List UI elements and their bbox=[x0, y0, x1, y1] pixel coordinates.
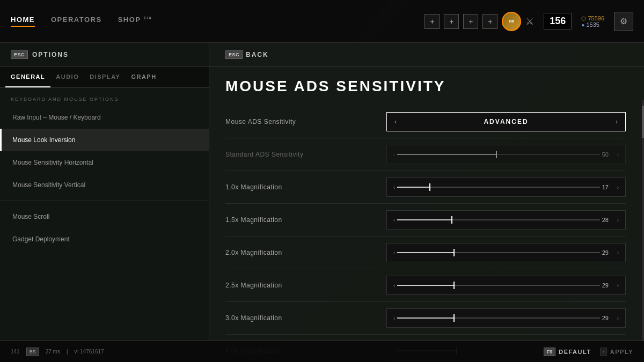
slider-track-standard bbox=[397, 154, 599, 155]
slider-track-1x bbox=[397, 187, 599, 188]
sidebar-item-mouse-scroll[interactable]: Mouse Scroll bbox=[0, 205, 209, 228]
setting-label-standard-ads: Standard ADS Sensitivity bbox=[225, 151, 386, 158]
currency-credits: ● 1535 bbox=[581, 21, 604, 28]
slider-thumb-1-5x bbox=[451, 216, 452, 224]
slider-arrow-left-1x[interactable]: ‹ bbox=[391, 184, 397, 190]
level-number: 156 bbox=[550, 16, 566, 26]
tab-graphics[interactable]: GRAPH bbox=[126, 67, 162, 87]
slider-arrow-right-2-5x[interactable]: › bbox=[615, 283, 621, 289]
scroll-indicator bbox=[642, 100, 644, 362]
knife-icon: ⚔ bbox=[525, 16, 534, 27]
nav-tabs: HOME OPERATORS SHOP 1/4 bbox=[11, 16, 425, 27]
tab-general[interactable]: GENERAL bbox=[5, 67, 50, 87]
slider-value-1-5x: 28 bbox=[600, 217, 615, 223]
sidebar-item-mouse-sensitivity-horizontal[interactable]: Mouse Sensitivity Horizontal bbox=[0, 151, 209, 174]
slider-track-wrap-1x bbox=[397, 182, 599, 193]
setting-row-mag-1-5x: 1.5x Magnification ‹ 28 › bbox=[225, 204, 626, 237]
slider-mag-1-5x[interactable]: ‹ 28 › bbox=[386, 210, 626, 230]
currency-r6: ⬡ 75596 bbox=[581, 15, 604, 21]
slider-value-1x: 17 bbox=[600, 184, 615, 190]
setting-row-mag-1x: 1.0x Magnification ‹ 17 › bbox=[225, 171, 626, 204]
slider-arrow-right-1x[interactable]: › bbox=[615, 184, 621, 190]
plus-btn-2[interactable]: + bbox=[444, 14, 459, 29]
slider-mag-1x[interactable]: ‹ 17 › bbox=[386, 178, 626, 197]
default-label: DEFAULT bbox=[559, 349, 591, 355]
slider-value-2-5x: 29 bbox=[600, 282, 615, 289]
slider-arrow-right-standard[interactable]: › bbox=[615, 152, 621, 158]
main-content: ESC OPTIONS GENERAL AUDIO DISPLAY GRAPH … bbox=[0, 43, 644, 362]
back-button[interactable]: ESC BACK bbox=[225, 50, 269, 59]
apply-action[interactable]: ▪ APPLY bbox=[600, 348, 633, 356]
slider-arrow-left-standard[interactable]: ‹ bbox=[391, 152, 397, 158]
slider-value-2x: 29 bbox=[600, 249, 615, 256]
setting-row-mouse-ads: Mouse ADS Sensitivity ‹ Advanced › bbox=[225, 106, 626, 138]
ping-value: 141 bbox=[11, 349, 20, 354]
slider-arrow-left-3x[interactable]: ‹ bbox=[391, 315, 397, 321]
nav-icons: + + + + R6 ⚔ 156 ⬡ 75596 ● 1535 ⚙ bbox=[425, 12, 633, 31]
left-panel: ESC OPTIONS GENERAL AUDIO DISPLAY GRAPH … bbox=[0, 43, 209, 362]
slider-fill-2x bbox=[397, 252, 454, 253]
arrow-right-ads[interactable]: › bbox=[608, 112, 625, 131]
nav-tab-shop[interactable]: SHOP 1/4 bbox=[118, 16, 152, 27]
slider-fill-2-5x bbox=[397, 285, 454, 286]
nav-tab-operators[interactable]: OPERATORS bbox=[51, 16, 102, 27]
sidebar-item-mouse-look-inversion[interactable]: Mouse Look Inversion bbox=[0, 129, 209, 151]
setting-label-mouse-ads: Mouse ADS Sensitivity bbox=[225, 118, 386, 125]
tab-display[interactable]: DISPLAY bbox=[84, 67, 126, 87]
slider-fill-1x bbox=[397, 187, 429, 188]
slider-value-standard: 50 bbox=[600, 151, 615, 158]
nav-tab-home[interactable]: HOME bbox=[11, 16, 35, 27]
bottom-bar-left: 141 BS 27 ms | v: 14761617 bbox=[0, 341, 209, 362]
plus-btn-4[interactable]: + bbox=[482, 14, 497, 29]
setting-label-mag-2-5x: 2.5x Magnification bbox=[225, 282, 386, 289]
setting-label-mag-1-5x: 1.5x Magnification bbox=[225, 216, 386, 224]
slider-value-3x: 29 bbox=[600, 315, 615, 321]
slider-fill-3x bbox=[397, 317, 454, 319]
slider-mag-2x[interactable]: ‹ 29 › bbox=[386, 243, 626, 262]
arrow-left-ads[interactable]: ‹ bbox=[387, 112, 404, 131]
plus-btn-1[interactable]: + bbox=[425, 14, 440, 29]
sidebar-item-raw-input[interactable]: Raw Input – Mouse / Keyboard bbox=[0, 106, 209, 129]
slider-track-wrap-1-5x bbox=[397, 215, 599, 225]
slider-mag-2-5x[interactable]: ‹ 29 › bbox=[386, 276, 626, 295]
back-bar: ESC BACK bbox=[209, 43, 644, 67]
default-action[interactable]: F9 DEFAULT bbox=[544, 348, 591, 356]
setting-label-mag-3x: 3.0x Magnification bbox=[225, 314, 386, 322]
apply-label: APPLY bbox=[610, 349, 633, 355]
right-panel: ESC BACK MOUSE ADS SENSITIVITY Mouse ADS… bbox=[209, 43, 644, 362]
bottom-bar-right: F9 DEFAULT ▪ APPLY bbox=[209, 341, 644, 362]
sidebar-section-label: KEYBOARD AND MOUSE OPTIONS bbox=[0, 88, 209, 106]
options-title: OPTIONS bbox=[32, 51, 69, 58]
slider-arrow-right-1-5x[interactable]: › bbox=[615, 217, 621, 223]
f9-badge: F9 bbox=[544, 348, 556, 356]
slider-arrow-left-2-5x[interactable]: ‹ bbox=[391, 283, 397, 289]
sidebar-item-mouse-sensitivity-vertical[interactable]: Mouse Sensitivity Vertical bbox=[0, 174, 209, 196]
tab-audio[interactable]: AUDIO bbox=[50, 67, 84, 87]
arrow-selector-ads[interactable]: ‹ Advanced › bbox=[386, 112, 626, 131]
slider-track-wrap-2-5x bbox=[397, 280, 599, 291]
slider-arrow-left-2x[interactable]: ‹ bbox=[391, 250, 397, 256]
slider-track-wrap-standard bbox=[397, 149, 599, 160]
slider-mag-3x[interactable]: ‹ 29 › bbox=[386, 308, 626, 328]
slider-thumb-3x bbox=[453, 314, 455, 322]
esc-badge: ESC bbox=[11, 50, 28, 59]
slider-track-2x bbox=[397, 252, 599, 253]
version: v: 14761617 bbox=[75, 349, 104, 354]
slider-arrow-right-2x[interactable]: › bbox=[615, 250, 621, 256]
setting-row-mag-2x: 2.0x Magnification ‹ 29 › bbox=[225, 237, 626, 269]
ads-value: Advanced bbox=[404, 118, 608, 125]
slider-arrow-left-1-5x[interactable]: ‹ bbox=[391, 217, 397, 223]
settings-btn[interactable]: ⚙ bbox=[614, 12, 633, 31]
sidebar-item-gadget-deployment[interactable]: Gadget Deployment bbox=[0, 228, 209, 250]
back-esc-badge: ESC bbox=[225, 50, 243, 59]
plus-btn-3[interactable]: + bbox=[463, 14, 478, 29]
setting-label-mag-1x: 1.0x Magnification bbox=[225, 183, 386, 191]
setting-row-mag-2-5x: 2.5x Magnification ‹ 29 › bbox=[225, 269, 626, 302]
slider-track-1-5x bbox=[397, 219, 599, 220]
slider-track-3x bbox=[397, 317, 599, 319]
slider-standard-ads[interactable]: ‹ 50 › bbox=[386, 145, 626, 164]
scroll-thumb[interactable] bbox=[642, 106, 644, 138]
back-label: BACK bbox=[246, 51, 269, 58]
slider-thumb-2-5x bbox=[453, 282, 455, 289]
slider-arrow-right-3x[interactable]: › bbox=[615, 315, 621, 321]
